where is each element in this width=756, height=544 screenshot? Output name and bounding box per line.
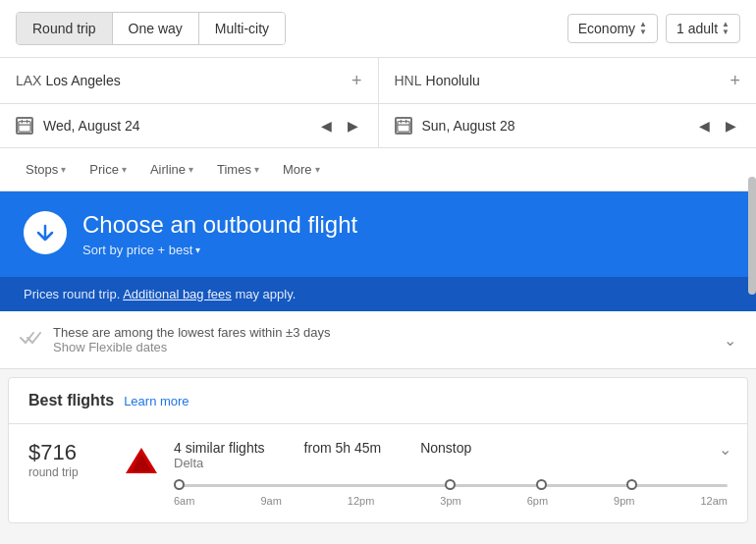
fares-expand-icon[interactable]: ⌄ (724, 331, 736, 350)
timeline-dots (174, 479, 728, 490)
timeline-dot-4 (626, 479, 637, 490)
bag-notice-suffix: may apply. (235, 287, 296, 301)
more-filter-arrow: ▾ (315, 164, 320, 175)
timeline-label-3: 12pm (348, 495, 375, 507)
times-filter-label: Times (217, 162, 251, 177)
fares-main-text: These are among the lowest fares within … (53, 325, 330, 340)
fares-flex-text[interactable]: Show Flexible dates (53, 340, 330, 354)
departure-date-field[interactable]: Wed, August 24 ◀ ▶ (0, 104, 379, 147)
origin-name: Los Angeles (45, 73, 120, 88)
svg-rect-0 (19, 122, 30, 133)
right-controls: Economy ▲ ▼ 1 adult ▲ ▼ (567, 14, 740, 43)
origin-text: LAX Los Angeles (16, 73, 121, 88)
destination-text: HNL Honolulu (395, 73, 480, 88)
destination-name: Honolulu (426, 73, 480, 88)
price-filter-arrow: ▾ (122, 164, 127, 175)
timeline-label-6: 9pm (614, 495, 634, 507)
return-prev-button[interactable]: ◀ (695, 116, 714, 136)
timeline-label-2: 9am (260, 495, 281, 507)
timeline-dot-2 (445, 479, 456, 490)
return-next-button[interactable]: ▶ (722, 116, 740, 136)
passengers-label: 1 adult (676, 21, 718, 36)
price-column: $716 round trip (28, 440, 117, 479)
table-row: $716 round trip 4 similar flights Delta … (9, 424, 747, 522)
one-way-button[interactable]: One way (113, 13, 199, 44)
flight-expand-button[interactable]: ⌄ (719, 440, 731, 459)
more-filter-button[interactable]: More ▾ (273, 158, 330, 181)
location-row: LAX Los Angeles + HNL Honolulu + (0, 58, 756, 104)
departure-date-text: Wed, August 24 (43, 118, 140, 134)
price-filter-label: Price (89, 162, 119, 177)
price-amount: $716 (28, 440, 117, 465)
times-filter-arrow: ▾ (254, 164, 259, 175)
best-flights-title: Best flights (28, 392, 114, 409)
price-label: round trip (28, 465, 117, 479)
multi-city-button[interactable]: Multi-city (199, 13, 285, 44)
destination-plus-button[interactable]: + (729, 72, 740, 89)
sort-label[interactable]: Sort by price + best ▾ (82, 243, 357, 257)
departure-calendar-icon (16, 117, 33, 135)
departure-date-left: Wed, August 24 (16, 117, 140, 135)
timeline-label-7: 12am (700, 495, 728, 507)
flight-meta: 4 similar flights Delta from 5h 45m Nons… (174, 440, 728, 470)
origin-code: LAX (16, 73, 41, 88)
similar-flights-group: 4 similar flights Delta (174, 440, 265, 470)
fares-notice: These are among the lowest fares within … (0, 311, 756, 369)
airline-filter-arrow: ▾ (189, 164, 193, 175)
destination-field[interactable]: HNL Honolulu + (379, 58, 757, 103)
return-date-nav: ◀ ▶ (695, 116, 740, 136)
delta-logo-icon (124, 444, 159, 479)
learn-more-link[interactable]: Learn more (124, 394, 189, 408)
best-flights-header: Best flights Learn more (9, 378, 747, 424)
origin-field[interactable]: LAX Los Angeles + (0, 58, 379, 103)
destination-code: HNL (395, 73, 422, 88)
times-filter-button[interactable]: Times ▾ (207, 158, 269, 181)
stops-filter-button[interactable]: Stops ▾ (16, 158, 76, 181)
more-filter-label: More (283, 162, 312, 177)
top-bar: Round trip One way Multi-city Economy ▲ … (0, 0, 756, 58)
timeline-label-5: 6pm (527, 495, 548, 507)
return-date-field[interactable]: Sun, August 28 ◀ ▶ (379, 104, 757, 147)
timeline-dot-1 (174, 479, 185, 490)
airline-name-text: Delta (174, 456, 265, 470)
origin-plus-button[interactable]: + (351, 72, 362, 89)
airline-logo-column (117, 440, 166, 479)
scrollbar[interactable] (748, 177, 756, 295)
round-trip-button[interactable]: Round trip (17, 13, 113, 44)
class-select[interactable]: Economy ▲ ▼ (567, 14, 658, 43)
stops-filter-label: Stops (26, 162, 58, 177)
checkmark-icon (20, 330, 41, 351)
filter-bar: Stops ▾ Price ▾ Airline ▾ Times ▾ More ▾ (0, 148, 756, 191)
best-flights-section: Best flights Learn more $716 round trip … (8, 377, 748, 523)
sort-chevron-icon: ▾ (195, 245, 200, 255)
return-date-text: Sun, August 28 (422, 118, 515, 134)
return-date-left: Sun, August 28 (395, 117, 515, 135)
down-circle-icon (24, 211, 67, 254)
bag-fees-link[interactable]: Additional bag fees (123, 287, 232, 301)
departure-prev-button[interactable]: ◀ (317, 116, 336, 136)
timeline-bar (174, 484, 728, 487)
flight-title: Choose an outbound flight (82, 211, 357, 239)
timeline-dot-3 (536, 479, 547, 490)
fares-left: These are among the lowest fares within … (20, 325, 330, 354)
similar-flights-text: 4 similar flights (174, 440, 265, 456)
price-filter-button[interactable]: Price ▾ (80, 158, 136, 181)
stops-filter-arrow: ▾ (61, 164, 66, 175)
sort-text: Sort by price + best (82, 243, 192, 257)
airline-filter-button[interactable]: Airline ▾ (140, 158, 203, 181)
duration-text: from 5h 45m (304, 440, 382, 456)
flight-title-area: Choose an outbound flight Sort by price … (82, 211, 357, 257)
return-calendar-icon (395, 117, 412, 135)
airline-filter-label: Airline (150, 162, 186, 177)
svg-rect-4 (397, 122, 408, 133)
passengers-arrows: ▲ ▼ (722, 21, 729, 36)
flight-header: Choose an outbound flight Sort by price … (0, 191, 756, 277)
trip-type-group: Round trip One way Multi-city (16, 12, 286, 45)
passengers-select[interactable]: 1 adult ▲ ▼ (666, 14, 740, 43)
departure-next-button[interactable]: ▶ (344, 116, 362, 136)
bag-notice: Prices round trip. Additional bag fees m… (0, 277, 756, 311)
duration-group: from 5h 45m (304, 440, 382, 470)
fares-text: These are among the lowest fares within … (53, 325, 330, 354)
timeline-label-1: 6am (174, 495, 194, 507)
date-row: Wed, August 24 ◀ ▶ Sun, August 28 ◀ ▶ (0, 104, 756, 148)
